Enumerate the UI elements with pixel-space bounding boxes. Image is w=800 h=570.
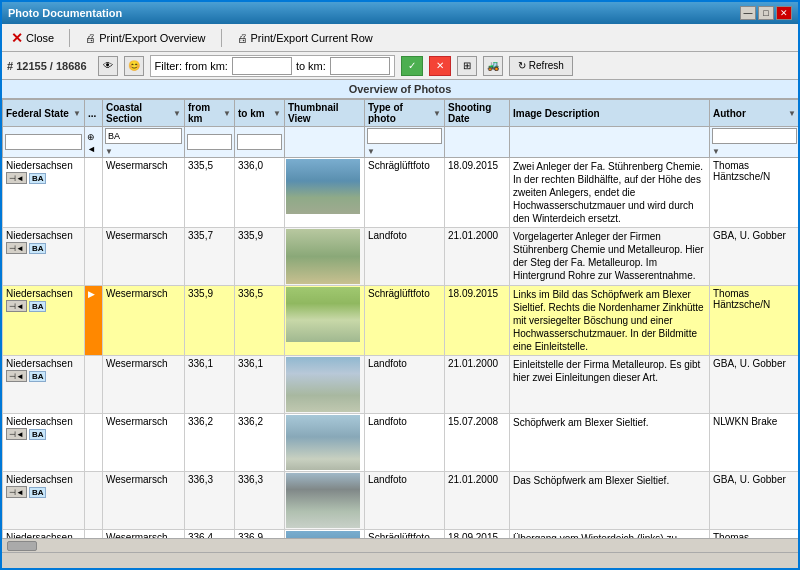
from-cell: 336,3	[185, 472, 235, 530]
type-cell: Schräglüftfoto	[365, 158, 445, 228]
thumbnail-image[interactable]	[286, 159, 360, 214]
th-from-label: from km	[188, 102, 223, 124]
refresh-button[interactable]: ↻ Refresh	[509, 56, 573, 76]
state-cell: Niedersachsen ⊣◄ BA	[3, 472, 85, 530]
print-overview-button[interactable]: 🖨 Print/Export Overview	[81, 30, 209, 46]
table-row[interactable]: Niedersachsen ⊣◄ BA Wesermarsch335,5336,…	[3, 158, 799, 228]
shoot-date-cell: 18.09.2015	[445, 530, 510, 539]
tractor-button[interactable]: 🚜	[483, 56, 503, 76]
eye-button[interactable]: 👁	[98, 56, 118, 76]
to-cell: 336,0	[235, 158, 285, 228]
filter-from-cell	[185, 127, 235, 158]
filter-author-arrow: ▼	[712, 147, 720, 156]
main-window: Photo Documentation — □ ✕ ✕ Close 🖨 Prin…	[0, 0, 800, 570]
from-cell: 335,5	[185, 158, 235, 228]
dots-cell: ▶	[85, 286, 103, 356]
table-row[interactable]: Niedersachsen ⊣◄ BA Wesermarsch336,4336,…	[3, 530, 799, 539]
filter-toolbar: # 12155 / 18686 👁 😊 Filter: from km: to …	[2, 52, 798, 80]
nav-prev-icon[interactable]: ⊣◄	[6, 242, 27, 254]
th-from: from km ▼	[185, 100, 235, 127]
dots-cell	[85, 228, 103, 286]
thumbnail-image[interactable]	[286, 415, 360, 470]
nav-prev-icon[interactable]: ⊣◄	[6, 300, 27, 312]
table-row[interactable]: Niedersachsen ⊣◄ BA Wesermarsch336,3336,…	[3, 472, 799, 530]
state-name: Niedersachsen	[6, 160, 81, 171]
print-overview-icon: 🖨	[85, 32, 96, 44]
state-name: Niedersachsen	[6, 288, 81, 299]
thumbnail-image[interactable]	[286, 229, 360, 284]
main-toolbar: ✕ Close 🖨 Print/Export Overview 🖨 Print/…	[2, 24, 798, 52]
th-coastal: Coastal Section ▼	[103, 100, 185, 127]
nav-prev-icon[interactable]: ⊣◄	[6, 428, 27, 440]
filter-author-input[interactable]	[712, 128, 797, 144]
overview-header: Overview of Photos	[2, 80, 798, 99]
desc-cell: Zwei Anleger der Fa. Stührenberg Chemie.…	[510, 158, 710, 228]
nav-row: ⊣◄ BA	[6, 300, 81, 312]
table-row[interactable]: Niedersachsen ⊣◄ BA Wesermarsch336,2336,…	[3, 414, 799, 472]
thumb-cell	[285, 472, 365, 530]
minimize-button[interactable]: —	[740, 6, 756, 20]
filter-type-input[interactable]	[367, 128, 442, 144]
thumbnail-image[interactable]	[286, 531, 360, 538]
th-state-label: Federal State	[6, 108, 69, 119]
filter-from-label: Filter: from km:	[155, 60, 228, 72]
print-row-button[interactable]: 🖨 Print/Export Current Row	[233, 30, 377, 46]
from-cell: 336,4	[185, 530, 235, 539]
filter-author-cell: ▼	[710, 127, 799, 158]
thumbnail-image[interactable]	[286, 357, 360, 412]
dots-cell	[85, 356, 103, 414]
close-button[interactable]: ✕ Close	[7, 28, 58, 48]
apply-filter-button[interactable]: ✓	[401, 56, 423, 76]
from-cell: 336,1	[185, 356, 235, 414]
coastal-cell: Wesermarsch	[103, 472, 185, 530]
author-cell: NLWKN Brake	[710, 414, 799, 472]
horizontal-scrollbar[interactable]	[2, 538, 798, 552]
nav-row: ⊣◄ BA	[6, 370, 81, 382]
th-desc-label: Image Description	[513, 108, 600, 119]
table-row[interactable]: Niedersachsen ⊣◄ BA ▶Wesermarsch335,9336…	[3, 286, 799, 356]
filter-from-input[interactable]	[232, 57, 292, 75]
record-counter: # 12155 / 18686	[7, 60, 87, 72]
th-to: to km ▼	[235, 100, 285, 127]
nav-row: ⊣◄ BA	[6, 486, 81, 498]
scrollbar-thumb[interactable]	[7, 541, 37, 551]
close-window-button[interactable]: ✕	[776, 6, 792, 20]
nav-prev-icon[interactable]: ⊣◄	[6, 172, 27, 184]
face-button[interactable]: 😊	[124, 56, 144, 76]
to-cell: 336,1	[235, 356, 285, 414]
filter-coastal-input[interactable]	[105, 128, 182, 144]
th-dots-label: ...	[88, 108, 96, 119]
dots-cell	[85, 472, 103, 530]
state-cell: Niedersachsen ⊣◄ BA	[3, 228, 85, 286]
filter-to-cell	[235, 127, 285, 158]
thumbnail-image[interactable]	[286, 473, 360, 528]
table-row[interactable]: Niedersachsen ⊣◄ BA Wesermarsch336,1336,…	[3, 356, 799, 414]
filter-tokm-input[interactable]	[237, 134, 282, 150]
from-cell: 335,9	[185, 286, 235, 356]
table-row[interactable]: Niedersachsen ⊣◄ BA Wesermarsch335,7335,…	[3, 228, 799, 286]
thumbnail-image[interactable]	[286, 287, 360, 342]
thumb-cell	[285, 414, 365, 472]
shoot-date-cell: 18.09.2015	[445, 286, 510, 356]
filter-to-input[interactable]	[330, 57, 390, 75]
filter-state-input[interactable]	[5, 134, 82, 150]
print-overview-label: Print/Export Overview	[99, 32, 205, 44]
nav-prev-icon[interactable]: ⊣◄	[6, 486, 27, 498]
desc-cell: Links im Bild das Schöpfwerk am Blexer S…	[510, 286, 710, 356]
filter-fromkm-input[interactable]	[187, 134, 232, 150]
nav-row: ⊣◄ BA	[6, 242, 81, 254]
filter-shoot-cell	[445, 127, 510, 158]
clear-filter-button[interactable]: ✕	[429, 56, 451, 76]
grid-button[interactable]: ⊞	[457, 56, 477, 76]
table-wrapper[interactable]: Federal State ▼ ... Coastal Section	[2, 99, 798, 538]
sort-type-icon: ▼	[433, 109, 441, 118]
author-cell: Thomas Häntzsche/N	[710, 286, 799, 356]
nav-prev-icon[interactable]: ⊣◄	[6, 370, 27, 382]
nav-row: ⊣◄ BA	[6, 172, 81, 184]
th-type: Type of photo ▼	[365, 100, 445, 127]
toolbar-separator-2	[221, 29, 222, 47]
maximize-button[interactable]: □	[758, 6, 774, 20]
shoot-date-cell: 18.09.2015	[445, 158, 510, 228]
filter-group: Filter: from km: to km:	[150, 55, 395, 77]
th-thumb-label: Thumbnail View	[288, 102, 361, 124]
